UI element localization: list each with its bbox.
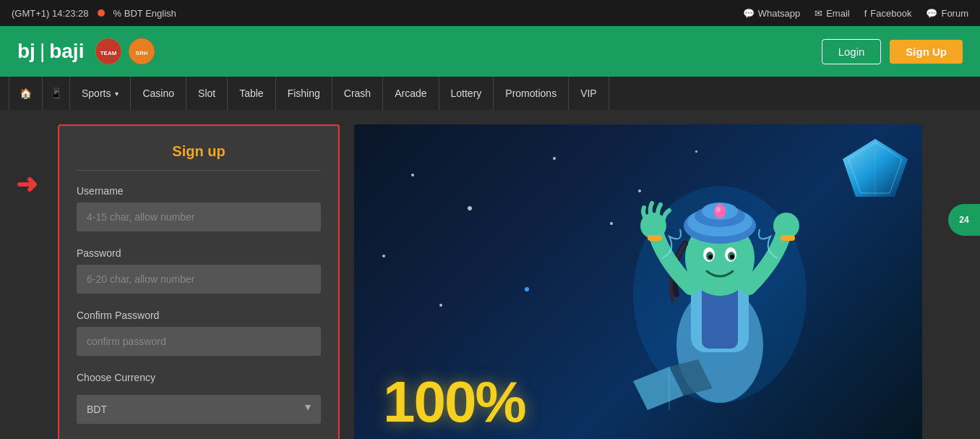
- facebook-icon: f: [864, 8, 867, 19]
- password-group: Password: [77, 247, 321, 305]
- confirm-password-label: Confirm Password: [77, 310, 321, 321]
- nav-arcade[interactable]: Arcade: [383, 77, 439, 110]
- chevron-down-icon: ▾: [115, 90, 119, 98]
- svg-point-16: [708, 255, 713, 259]
- currency-label: Choose Currency: [77, 372, 321, 383]
- svg-rect-27: [781, 235, 795, 241]
- svg-point-23: [716, 207, 721, 213]
- hero-percentage: 100%: [383, 369, 525, 435]
- flag-dot: [98, 9, 105, 17]
- logo-baji: baji: [49, 40, 84, 63]
- header-right: Login Sign Up: [822, 39, 963, 64]
- nav-home[interactable]: 🏠: [9, 77, 43, 110]
- home-icon: 🏠: [20, 88, 32, 99]
- nav-casino[interactable]: Casino: [131, 77, 186, 110]
- svg-rect-26: [648, 235, 662, 241]
- top-bar: (GMT+1) 14:23:28 % BDT English 💬 Whatsap…: [0, 0, 980, 26]
- username-input[interactable]: [77, 203, 321, 231]
- logo-separator: |: [40, 40, 45, 63]
- team-badge-2: SRH: [129, 38, 155, 64]
- nav-lottery[interactable]: Lottery: [439, 77, 494, 110]
- email-icon: ✉: [814, 8, 822, 19]
- confirm-password-group: Confirm Password: [77, 310, 321, 367]
- logo-bj: bj: [17, 40, 35, 63]
- time-display: (GMT+1) 14:23:28: [12, 8, 89, 19]
- header-left: bj | baji TEAM SRH: [17, 38, 155, 64]
- logo[interactable]: bj | baji: [17, 40, 84, 63]
- whatsapp-link[interactable]: 💬 Whatsapp: [743, 8, 801, 19]
- nav-crash[interactable]: Crash: [332, 77, 383, 110]
- svg-text:TEAM: TEAM: [100, 50, 117, 56]
- svg-point-25: [773, 213, 799, 239]
- nav-fishing[interactable]: Fishing: [276, 77, 332, 110]
- currency-lang[interactable]: % BDT English: [113, 8, 176, 19]
- team-badges: TEAM SRH: [95, 38, 155, 64]
- form-title: Sign up: [77, 143, 321, 171]
- signup-form: ➜ Sign up Username Password Confirm Pass…: [58, 124, 340, 439]
- mobile-icon: 📱: [50, 88, 62, 99]
- team-badge-1: TEAM: [95, 38, 121, 64]
- confirm-password-input[interactable]: [77, 327, 321, 356]
- password-label: Password: [77, 247, 321, 259]
- nav-promotions[interactable]: Promotions: [494, 77, 569, 110]
- nav-slot[interactable]: Slot: [186, 77, 228, 110]
- support-bubble[interactable]: 24: [948, 204, 980, 236]
- whatsapp-icon: 💬: [743, 8, 755, 19]
- username-group: Username: [77, 185, 321, 243]
- main-content: ➜ Sign up Username Password Confirm Pass…: [0, 110, 980, 439]
- facebook-link[interactable]: f Facebook: [864, 8, 912, 19]
- currency-group: Choose Currency BDT USD INR: [77, 372, 321, 424]
- main-nav: 🏠 📱 Sports ▾ Casino Slot Table Fishing C…: [0, 77, 980, 110]
- svg-point-17: [730, 255, 734, 259]
- email-link[interactable]: ✉ Email: [814, 8, 850, 19]
- password-input[interactable]: [77, 265, 321, 294]
- hero-banner: 100%: [354, 124, 922, 439]
- nav-sports[interactable]: Sports ▾: [70, 77, 131, 110]
- nav-table[interactable]: Table: [228, 77, 275, 110]
- nav-mobile[interactable]: 📱: [43, 77, 70, 110]
- username-label: Username: [77, 185, 321, 197]
- nav-vip[interactable]: VIP: [569, 77, 609, 110]
- genie-figure: [575, 124, 864, 439]
- forum-icon: 💬: [926, 8, 937, 19]
- svg-text:SRH: SRH: [136, 50, 148, 56]
- top-bar-right: 💬 Whatsapp ✉ Email f Facebook 💬 Forum: [743, 8, 968, 19]
- signup-button[interactable]: Sign Up: [890, 40, 963, 64]
- forum-link[interactable]: 💬 Forum: [926, 8, 968, 19]
- login-button[interactable]: Login: [822, 39, 882, 64]
- header: bj | baji TEAM SRH Login Sign Up: [0, 26, 980, 77]
- top-bar-left: (GMT+1) 14:23:28 % BDT English: [12, 8, 176, 19]
- currency-wrapper: BDT USD INR: [77, 389, 321, 424]
- currency-select[interactable]: BDT USD INR: [77, 395, 321, 424]
- arrow-indicator: ➜: [16, 169, 38, 200]
